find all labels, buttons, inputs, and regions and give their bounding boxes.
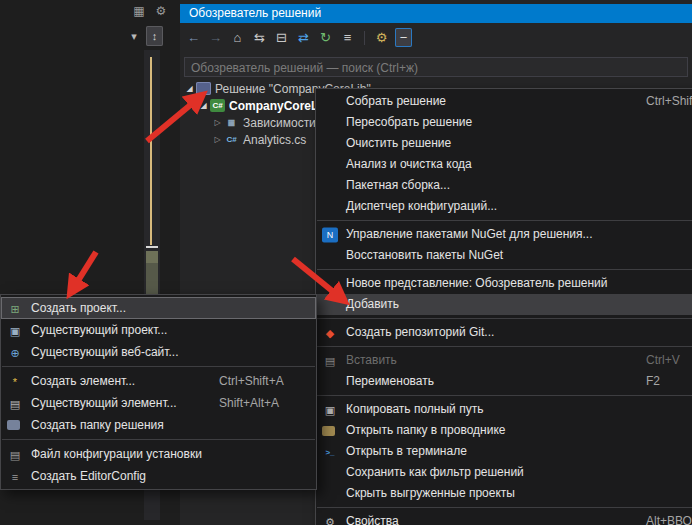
csharp-file-icon: C# (224, 133, 239, 146)
submenu-item-existing-item[interactable]: ▤ Существующий элемент... Shift+Alt+A (1, 392, 316, 414)
properties-icon: ⚙ (322, 514, 338, 525)
editorconfig-icon: ≡ (7, 469, 23, 484)
gear-icon[interactable]: ⚙ (153, 3, 169, 19)
vs-window: ▦ ⚙ ▾ ↕ Обозреватель решений ← → ⌂ ⇆ ⊟ ⇄… (0, 0, 692, 525)
config-file-icon: ▤ (7, 447, 23, 462)
menu-separator (317, 507, 692, 508)
paste-icon: ▤ (322, 353, 338, 368)
submenu-item-new-editorconfig[interactable]: ≡ Создать EditorConfig (1, 465, 316, 487)
editor-top-icons: ▦ ⚙ (131, 3, 169, 19)
dependencies-icon: ▦ (224, 116, 239, 129)
grid-icon[interactable]: ▦ (131, 3, 147, 19)
tree-label: Зависимости (243, 116, 316, 130)
menu-item-manage-nuget-packages[interactable]: N Управление пакетами NuGet для решения.… (316, 224, 692, 245)
menu-item-properties[interactable]: ⚙ Свойства Alt+ВВОД (316, 511, 692, 525)
home-icon[interactable]: ⌂ (229, 28, 246, 47)
menu-item-add[interactable]: Добавить (316, 294, 692, 315)
menu-item-open-folder-in-explorer[interactable]: Открыть папку в проводнике (316, 420, 692, 441)
sync-icon[interactable]: ⇄ (295, 28, 312, 47)
submenu-item-existing-project[interactable]: ▣ Существующий проект... (1, 319, 316, 341)
menu-item-clean-solution[interactable]: Очистить решение (316, 133, 692, 154)
copy-path-icon: ▣ (322, 402, 338, 417)
expander-icon[interactable]: ▷ (211, 135, 224, 144)
editor-split-handle-icon[interactable]: ↕ (146, 26, 163, 46)
git-icon: ◆ (322, 325, 338, 340)
submenu-item-existing-web-site[interactable]: ⊕ Существующий веб-сайт... (1, 341, 316, 363)
submenu-item-new-item[interactable]: * Создать элемент... Ctrl+Shift+A (1, 370, 316, 392)
panel-toolbar: ← → ⌂ ⇆ ⊟ ⇄ ↻ ≡ ⚙ − (185, 27, 412, 48)
menu-item-batch-build[interactable]: Пакетная сборка... (316, 175, 692, 196)
menu-separator (317, 269, 692, 270)
menu-item-hide-unloaded-projects[interactable]: Скрыть выгруженные проекты (316, 483, 692, 504)
menu-separator (2, 366, 315, 367)
wrench-icon[interactable]: ⚙ (373, 28, 390, 47)
expander-icon[interactable]: ◢ (197, 101, 210, 110)
new-project-icon: ⊞ (7, 301, 23, 316)
menu-item-build-solution[interactable]: Собрать решение Ctrl+Shift+B (316, 91, 692, 112)
tree-label: Analytics.cs (243, 133, 306, 147)
menu-item-new-solution-explorer-view[interactable]: Новое представление: Обозреватель решени… (316, 273, 692, 294)
menu-separator (317, 318, 692, 319)
caret-position-marker (146, 246, 158, 248)
menu-item-copy-full-path[interactable]: ▣ Копировать полный путь (316, 399, 692, 420)
menu-separator (317, 220, 692, 221)
modified-lines-marker (150, 57, 152, 245)
menu-item-restore-nuget-packages[interactable]: Восстановить пакеты NuGet (316, 245, 692, 266)
menu-item-create-git-repository[interactable]: ◆ Создать репозиторий Git... (316, 322, 692, 343)
existing-project-icon: ▣ (7, 323, 23, 338)
show-all-files-icon[interactable]: ≡ (339, 28, 356, 47)
menu-item-paste[interactable]: ▤ Вставить Ctrl+V (316, 350, 692, 371)
add-submenu: ⊞ Создать проект... ▣ Существующий проек… (0, 294, 317, 490)
menu-item-rebuild-solution[interactable]: Пересобрать решение (316, 112, 692, 133)
solution-context-menu: Собрать решение Ctrl+Shift+B Пересобрать… (315, 88, 692, 525)
preview-toggle-icon[interactable]: − (395, 28, 412, 47)
menu-separator (317, 346, 692, 347)
nuget-icon: N (322, 227, 338, 242)
menu-separator (317, 395, 692, 396)
web-site-icon: ⊕ (7, 345, 23, 360)
submenu-item-installer-config-file[interactable]: ▤ Файл конфигурации установки (1, 443, 316, 465)
scrollbar-thumb-top (146, 251, 158, 263)
folder-icon (322, 426, 335, 436)
solution-search (184, 57, 688, 77)
switch-views-icon[interactable]: ⇆ (251, 28, 268, 47)
chevron-down-icon[interactable]: ▾ (126, 28, 142, 44)
menu-separator (2, 439, 315, 440)
csharp-project-icon: C# (210, 99, 225, 112)
existing-item-icon: ▤ (7, 396, 23, 411)
menu-item-configuration-manager[interactable]: Диспетчер конфигураций... (316, 196, 692, 217)
menu-item-open-in-terminal[interactable]: >_ Открыть в терминале (316, 441, 692, 462)
panel-title[interactable]: Обозреватель решений (180, 4, 692, 23)
collapse-all-icon[interactable]: ⊟ (273, 28, 290, 47)
submenu-item-new-solution-folder[interactable]: Создать папку решения (1, 414, 316, 436)
back-icon[interactable]: ← (185, 28, 202, 47)
menu-item-code-cleanup[interactable]: Анализ и очистка кода (316, 154, 692, 175)
solution-icon (196, 82, 211, 95)
terminal-icon: >_ (322, 444, 338, 459)
refresh-icon[interactable]: ↻ (317, 28, 334, 47)
new-item-icon: * (7, 374, 23, 389)
new-folder-icon (7, 420, 20, 430)
forward-icon[interactable]: → (207, 28, 224, 47)
toolbar-separator (364, 31, 365, 45)
submenu-item-new-project[interactable]: ⊞ Создать проект... (1, 297, 316, 319)
menu-item-save-as-solution-filter[interactable]: Сохранить как фильтр решений (316, 462, 692, 483)
menu-item-rename[interactable]: Переименовать F2 (316, 371, 692, 392)
expander-icon[interactable]: ▷ (211, 118, 224, 127)
search-input[interactable] (185, 59, 687, 77)
tree-label: CompanyCoreLib (229, 99, 329, 113)
expander-icon[interactable]: ◢ (183, 84, 196, 93)
arrow-to-new-project (76, 252, 96, 284)
